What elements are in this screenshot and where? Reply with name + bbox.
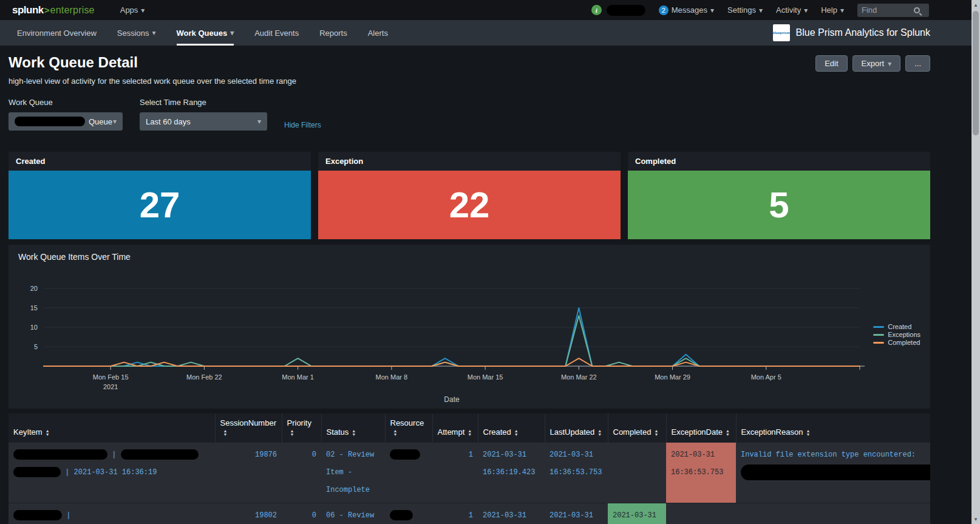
cell-text: 2021-03-31 16:36:53.753 xyxy=(550,451,602,477)
legend-item-created[interactable]: Created xyxy=(873,323,920,330)
table-cell-attempt[interactable]: 1 xyxy=(432,503,478,524)
chart-title: Work Queue Items Over Time xyxy=(18,252,930,262)
nav-tab-audit-events[interactable]: Audit Events xyxy=(254,20,299,46)
legend-item-exceptions[interactable]: Exceptions xyxy=(873,331,920,338)
cell-line: 06 - Review Item - xyxy=(326,507,380,524)
nav-tab-work-queues[interactable]: Work Queues xyxy=(177,20,234,46)
table-cell-exceptionreason[interactable] xyxy=(736,503,930,524)
apps-menu-label: Apps xyxy=(120,5,138,15)
table-cell-resource[interactable] xyxy=(385,503,432,524)
column-header-session[interactable]: SessionNumber▲▼ xyxy=(215,413,282,443)
page-subtitle: high-level view of activity for the sele… xyxy=(9,77,296,86)
table-cell-keyitem[interactable]: | | 2021-03-31 16:36:19 xyxy=(9,443,215,503)
table-cell-created[interactable]: 2021-03-31 13:21:19.537 xyxy=(478,503,545,524)
kpi-panel-completed: Completed5 xyxy=(628,152,930,239)
sort-icon: ▲▼ xyxy=(806,429,810,437)
chevron-down-icon xyxy=(804,7,808,14)
table-cell-priority[interactable]: 0 xyxy=(282,503,321,524)
settings-menu[interactable]: Settings xyxy=(727,5,763,15)
cell-line xyxy=(390,507,427,524)
cell-text: 2021-03-31 16:36:53.753 xyxy=(671,451,723,477)
chevron-down-icon xyxy=(888,60,891,67)
table-cell-keyitem[interactable]: | v2 - Authentication | 2021-03-31 13:21… xyxy=(9,503,215,524)
line-chart: 5101520Mon Feb 152021Mon Feb 22Mon Mar 1… xyxy=(9,264,930,393)
table-cell-status[interactable]: 06 - Review Item - xyxy=(321,503,385,524)
table-cell-completed[interactable] xyxy=(608,443,666,503)
column-header-attempt[interactable]: Attempt▲▼ xyxy=(432,413,478,443)
redacted-text xyxy=(390,449,420,460)
table-cell-lastupdated[interactable]: 2021-03-31 13:24:13.337 xyxy=(545,503,608,524)
activity-menu[interactable]: Activity xyxy=(776,5,808,15)
table-cell-exceptiondate[interactable]: 2021-03-31 16:36:53.753 xyxy=(666,443,736,503)
messages-menu[interactable]: 2 Messages xyxy=(659,5,714,15)
x-tick-label: Mon Mar 1 xyxy=(282,373,314,381)
user-menu[interactable]: i xyxy=(591,5,645,16)
table-cell-created[interactable]: 2021-03-31 16:36:19.423 xyxy=(478,443,545,503)
nav-tab-sessions[interactable]: Sessions xyxy=(117,20,156,46)
scrollbar-thumb[interactable] xyxy=(973,11,979,135)
table-cell-status[interactable]: 02 - Review Item - Incomplete xyxy=(321,443,385,503)
work-queue-items-table: KeyItem▲▼SessionNumber▲▼Priority▲▼Status… xyxy=(9,413,930,524)
table-cell-completed[interactable]: 2021-03-31 13:24:13.337 xyxy=(608,503,666,524)
chevron-down-icon xyxy=(152,29,156,36)
find-input[interactable] xyxy=(862,5,911,15)
table-cell-exceptionreason[interactable]: Invalid file extension type encountered: xyxy=(736,443,930,503)
work-queue-dropdown[interactable]: Queue xyxy=(9,112,123,131)
nav-tab-environment-overview[interactable]: Environment Overview xyxy=(17,20,97,46)
legend-item-completed[interactable]: Completed xyxy=(873,339,920,346)
sort-icon: ▲▼ xyxy=(654,429,658,437)
cell-line xyxy=(390,446,427,464)
table-cell-session[interactable]: 19876 xyxy=(215,443,282,503)
column-header-lastupdated[interactable]: LastUpdated▲▼ xyxy=(545,413,608,443)
column-header-resource[interactable]: Resource▲▼ xyxy=(385,413,432,443)
cell-line: 2021-03-31 16:36:53.753 xyxy=(550,446,603,481)
splunk-logo[interactable]: splunk>enterprise xyxy=(12,4,95,16)
column-header-status[interactable]: Status▲▼ xyxy=(321,413,385,443)
nav-tab-alerts[interactable]: Alerts xyxy=(368,20,388,46)
column-header-priority[interactable]: Priority▲▼ xyxy=(282,413,321,443)
table-cell-lastupdated[interactable]: 2021-03-31 16:36:53.753 xyxy=(545,443,608,503)
column-header-completed[interactable]: Completed▲▼ xyxy=(608,413,666,443)
blueprism-logo: blueprism xyxy=(773,24,790,41)
column-header-exceptiondate[interactable]: ExceptionDate▲▼ xyxy=(666,413,736,443)
cell-text: 2021-03-31 13:24:13.337 xyxy=(550,511,602,524)
more-button[interactable]: ... xyxy=(905,55,930,72)
column-header-created[interactable]: Created▲▼ xyxy=(478,413,545,443)
column-header-label: LastUpdated xyxy=(550,427,595,437)
table-cell-attempt[interactable]: 1 xyxy=(432,443,478,503)
time-range-dropdown[interactable]: Last 60 days xyxy=(140,112,267,131)
column-header-exceptionreason[interactable]: ExceptionReason▲▼ xyxy=(736,413,930,443)
kpi-body-exception: 22 xyxy=(318,171,621,239)
export-button[interactable]: Export xyxy=(852,55,901,72)
scroll-down-arrow-icon[interactable]: ▼ xyxy=(971,514,980,524)
edit-button[interactable]: Edit xyxy=(815,55,847,72)
table-cell-exceptiondate[interactable] xyxy=(666,503,736,524)
sort-icon: ▲▼ xyxy=(352,429,356,437)
column-header-keyitem[interactable]: KeyItem▲▼ xyxy=(9,413,215,443)
table-cell-priority[interactable]: 0 xyxy=(282,443,321,503)
hide-filters-link[interactable]: Hide Filters xyxy=(284,121,321,131)
scroll-up-arrow-icon[interactable]: ▲ xyxy=(971,0,980,10)
cell-text: 1 xyxy=(469,451,473,459)
search-icon[interactable] xyxy=(914,7,920,13)
cell-text: 06 - Review Item - xyxy=(326,511,374,524)
redacted-text xyxy=(390,510,413,520)
kpi-value: 5 xyxy=(769,184,789,226)
chevron-down-icon xyxy=(141,7,145,14)
cell-text: | xyxy=(62,511,70,520)
app-nav: Environment OverviewSessionsWork QueuesA… xyxy=(0,20,980,46)
sort-icon: ▲▼ xyxy=(46,429,50,437)
nav-tab-reports[interactable]: Reports xyxy=(319,20,347,46)
cell-line: | xyxy=(13,507,210,524)
x-axis-label: Date xyxy=(444,395,459,404)
table-cell-session[interactable]: 19802 xyxy=(215,503,282,524)
cell-text: 19802 xyxy=(255,511,277,520)
cell-line: 0 xyxy=(287,507,316,524)
sort-icon: ▲▼ xyxy=(514,429,519,437)
table-cell-resource[interactable] xyxy=(385,443,432,503)
cell-text: 02 - Review Item - Incomplete xyxy=(326,451,374,494)
apps-menu[interactable]: Apps xyxy=(120,5,145,15)
help-menu[interactable]: Help xyxy=(821,5,844,15)
splunk-logo-text: splunk xyxy=(12,4,44,16)
kpi-value: 22 xyxy=(449,184,490,226)
